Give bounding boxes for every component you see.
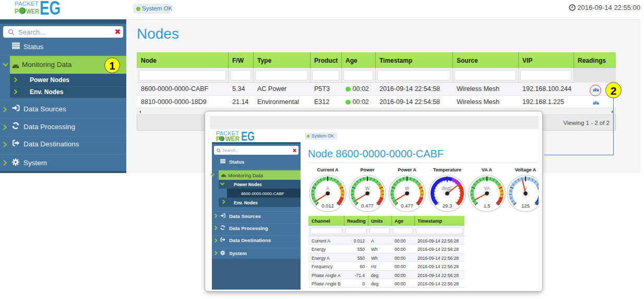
svg-text:125: 125 [521, 203, 530, 209]
svg-text:0: 0 [514, 202, 515, 205]
svg-text:1.5: 1.5 [483, 203, 490, 209]
svg-text:WER: WER [225, 135, 240, 143]
svg-text:PACKET: PACKET [15, 1, 39, 7]
svg-text:29.3: 29.3 [443, 203, 452, 209]
svg-text:25k: 25k [416, 202, 421, 205]
svg-text:P: P [15, 7, 19, 15]
svg-text:-10: -10 [435, 202, 439, 205]
svg-text:25k: 25k [496, 202, 500, 205]
svg-text:EG: EG [241, 131, 255, 142]
svg-text:25k: 25k [376, 202, 381, 205]
svg-text:0.477: 0.477 [361, 203, 374, 209]
svg-text:50: 50 [456, 202, 459, 205]
svg-text:WER: WER [26, 7, 39, 15]
svg-text:88.5: 88.5 [337, 202, 342, 205]
svg-text:0.012: 0.012 [321, 203, 334, 209]
svg-text:283: 283 [534, 202, 539, 205]
svg-text:EG: EG [40, 0, 61, 17]
svg-text:0.477: 0.477 [401, 203, 413, 209]
